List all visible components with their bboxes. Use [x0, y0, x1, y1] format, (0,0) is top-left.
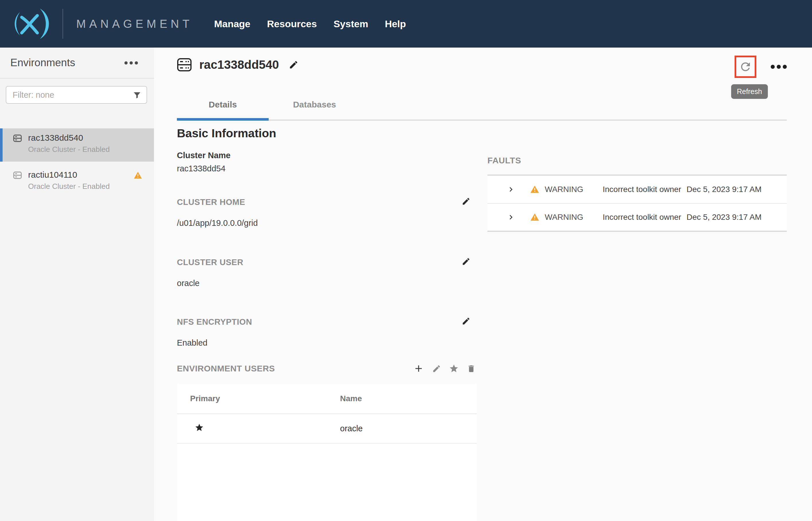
expand-chevron-icon[interactable] — [506, 213, 515, 222]
environment-item-text: ractiu104110 Oracle Cluster - Enabled — [28, 170, 110, 191]
warning-icon — [530, 185, 540, 194]
field-nfs-encryption: NFS ENCRYPTION Enabled — [177, 317, 477, 348]
field-label: Cluster Name — [177, 151, 477, 160]
edit-cluster-home-pencil-icon[interactable] — [462, 197, 470, 206]
delete-user-button[interactable] — [467, 364, 476, 373]
tab-databases[interactable]: Databases — [269, 100, 360, 121]
field-value: oracle — [177, 278, 477, 288]
warning-icon — [133, 171, 142, 180]
user-name-cell: oracle — [327, 424, 363, 433]
field-label: CLUSTER USER — [177, 258, 477, 267]
field-cluster-user: CLUSTER USER oracle — [177, 258, 477, 288]
environment-icon — [13, 172, 22, 179]
field-value: rac1338dd54 — [177, 164, 477, 173]
filter-input[interactable] — [6, 90, 147, 100]
refresh-wrap: Refresh — [734, 55, 756, 78]
plus-icon — [413, 363, 424, 374]
sidebar-kebab-menu-icon[interactable] — [125, 61, 138, 65]
environment-name: rac1338dd540 — [28, 133, 110, 143]
delphix-logo-icon[interactable] — [8, 8, 52, 40]
trash-icon — [467, 364, 476, 373]
edit-cluster-user-pencil-icon[interactable] — [462, 257, 470, 266]
warning-icon — [530, 213, 540, 222]
page-title: rac1338dd540 — [199, 58, 279, 72]
set-primary-user-button[interactable] — [449, 364, 459, 373]
filter-box — [6, 86, 147, 104]
field-label: NFS ENCRYPTION — [177, 317, 477, 327]
fault-title: Incorrect toolkit owner — [603, 185, 681, 194]
column-header-primary: Primary — [177, 394, 327, 403]
content-columns: Basic Information Cluster Name rac1338dd… — [177, 127, 787, 521]
top-navbar: MANAGEMENT Manage Resources System Help — [0, 0, 812, 48]
column-header-name: Name — [327, 394, 362, 403]
environment-list-item-ractiu104110[interactable]: ractiu104110 Oracle Cluster - Enabled — [0, 165, 154, 199]
environment-icon — [13, 134, 22, 142]
edit-nfs-encryption-pencil-icon[interactable] — [462, 317, 470, 325]
refresh-tooltip: Refresh — [731, 84, 768, 99]
field-value: Enabled — [177, 338, 477, 348]
fault-title: Incorrect toolkit owner — [603, 213, 681, 222]
faults-table: WARNING Incorrect toolkit owner Dec 5, 2… — [487, 175, 787, 232]
menu-item-help[interactable]: Help — [385, 18, 406, 29]
environment-users-header: ENVIRONMENT USERS — [177, 363, 477, 374]
faults-column: FAULTS WARNING Incorrect toolkit owner D… — [487, 127, 787, 521]
menu-item-system[interactable]: System — [333, 18, 368, 29]
more-actions-kebab-icon[interactable] — [771, 65, 787, 69]
tab-bar: Details Databases — [177, 100, 787, 121]
environment-users-table: Primary Name oracle — [177, 384, 477, 521]
star-icon — [449, 364, 459, 373]
tab-details[interactable]: Details — [177, 100, 269, 121]
details-column: Basic Information Cluster Name rac1338dd… — [177, 127, 477, 521]
main-header: rac1338dd540 Refresh — [177, 48, 787, 100]
top-menu: Manage Resources System Help — [214, 18, 406, 29]
expand-chevron-icon[interactable] — [506, 185, 515, 194]
environment-list: rac1338dd540 Oracle Cluster - Enabled ra… — [0, 128, 154, 199]
app-window: MANAGEMENT Manage Resources System Help … — [0, 0, 812, 521]
navbar-divider — [63, 9, 63, 39]
fault-row[interactable]: WARNING Incorrect toolkit owner Dec 5, 2… — [487, 203, 787, 231]
fault-date: Dec 5, 2023 9:17 AM — [686, 185, 762, 194]
environment-status: Oracle Cluster - Enabled — [28, 145, 110, 154]
primary-cell — [177, 423, 327, 434]
add-user-button[interactable] — [413, 363, 424, 374]
table-header-row: Primary Name — [177, 384, 477, 414]
environments-sidebar: Environments rac1338dd540 Oracle Cluster… — [0, 48, 154, 521]
pencil-icon — [432, 364, 441, 373]
field-cluster-name: Cluster Name rac1338dd54 — [177, 151, 477, 173]
fault-row[interactable]: WARNING Incorrect toolkit owner Dec 5, 2… — [487, 176, 787, 203]
menu-item-resources[interactable]: Resources — [267, 18, 317, 29]
sidebar-header: Environments — [0, 48, 154, 78]
filter-funnel-icon[interactable] — [133, 91, 141, 99]
environment-users-heading: ENVIRONMENT USERS — [177, 364, 275, 373]
environment-name: ractiu104110 — [28, 170, 110, 180]
field-label: CLUSTER HOME — [177, 198, 477, 207]
table-row[interactable]: oracle — [177, 414, 477, 444]
header-actions: Refresh — [734, 55, 787, 78]
menu-item-manage[interactable]: Manage — [214, 18, 250, 29]
environment-item-text: rac1338dd540 Oracle Cluster - Enabled — [28, 133, 110, 154]
field-value: /u01/app/19.0.0.0/grid — [177, 218, 477, 228]
environment-users-toolbar — [413, 363, 476, 374]
brand-title: MANAGEMENT — [76, 18, 193, 30]
sidebar-title: Environments — [10, 57, 75, 69]
refresh-icon — [739, 60, 752, 73]
primary-star-icon — [195, 423, 204, 432]
title-group: rac1338dd540 — [177, 58, 299, 72]
faults-heading: FAULTS — [487, 156, 787, 165]
main-content: rac1338dd540 Refresh Details — [154, 48, 812, 521]
environment-list-item-rac1338dd540[interactable]: rac1338dd540 Oracle Cluster - Enabled — [0, 128, 154, 162]
fault-severity: WARNING — [545, 213, 591, 222]
cluster-icon — [177, 58, 192, 72]
refresh-button[interactable] — [734, 55, 756, 78]
environment-status: Oracle Cluster - Enabled — [28, 182, 110, 191]
fault-severity: WARNING — [545, 185, 591, 194]
field-cluster-home: CLUSTER HOME /u01/app/19.0.0.0/grid — [177, 198, 477, 228]
section-heading: Basic Information — [177, 127, 477, 140]
edit-title-pencil-icon[interactable] — [289, 60, 299, 70]
fault-date: Dec 5, 2023 9:17 AM — [686, 213, 762, 222]
edit-user-button[interactable] — [432, 364, 441, 373]
